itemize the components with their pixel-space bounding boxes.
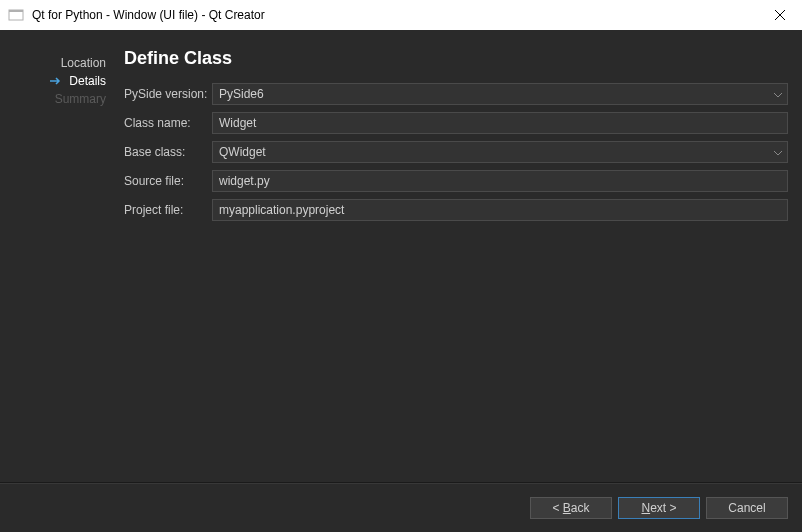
step-label: Location [61,56,106,70]
step-details: Details [14,72,106,90]
titlebar: Qt for Python - Window (UI file) - Qt Cr… [0,0,802,30]
cancel-button[interactable]: Cancel [706,497,788,519]
project-file-input[interactable] [212,199,788,221]
arrow-right-icon [49,76,63,86]
pyside-version-label: PySide version: [124,87,212,101]
main-panel: Define Class PySide version: PySide6 Cla… [106,48,788,482]
content-area: Location Details Summary Define Class Py… [0,30,802,482]
window-title: Qt for Python - Window (UI file) - Qt Cr… [32,8,265,22]
combo-value: QWidget [219,145,266,159]
step-location: Location [14,54,106,72]
step-summary: Summary [14,90,106,108]
button-label: Next > [641,501,676,515]
button-label: Cancel [728,501,765,515]
source-file-input[interactable] [212,170,788,192]
next-button[interactable]: Next > [618,497,700,519]
project-file-label: Project file: [124,203,212,217]
class-name-label: Class name: [124,116,212,130]
chevron-down-icon [774,145,782,159]
svg-rect-1 [9,10,23,12]
close-icon [775,10,785,20]
pyside-version-combo[interactable]: PySide6 [212,83,788,105]
base-class-label: Base class: [124,145,212,159]
source-file-label: Source file: [124,174,212,188]
step-label: Details [69,74,106,88]
combo-value: PySide6 [219,87,264,101]
chevron-down-icon [774,87,782,101]
back-button[interactable]: < Back [530,497,612,519]
button-label: < Back [552,501,589,515]
step-label: Summary [55,92,106,106]
app-icon [8,7,24,23]
page-title: Define Class [124,48,788,69]
footer: < Back Next > Cancel [0,482,802,532]
wizard-sidebar: Location Details Summary [14,48,106,482]
close-button[interactable] [757,0,802,30]
base-class-combo[interactable]: QWidget [212,141,788,163]
class-name-input[interactable] [212,112,788,134]
